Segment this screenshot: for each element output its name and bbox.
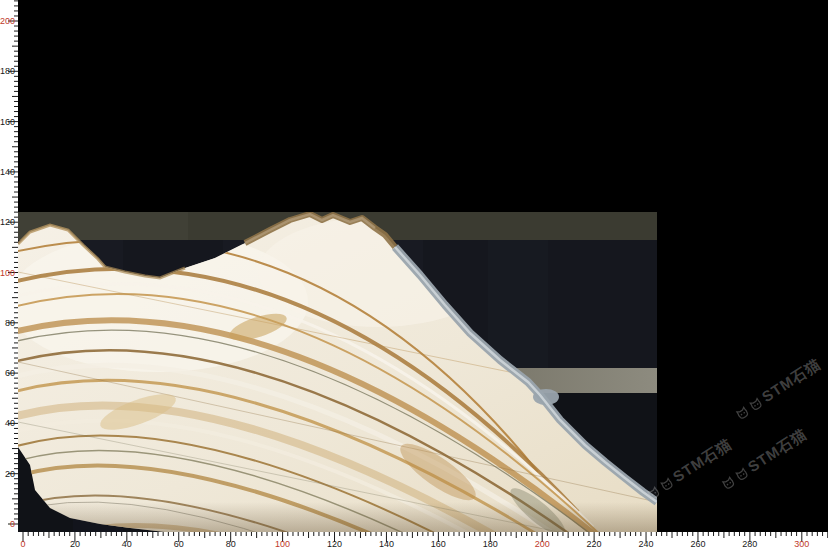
vertical-ruler: 020406080100120140160180200 [0,0,18,532]
svg-text:160: 160 [431,539,446,549]
watermark-text: STM石猫 [745,425,811,477]
svg-text:240: 240 [639,539,654,549]
svg-text:40: 40 [122,539,132,549]
svg-text:160: 160 [0,117,15,127]
svg-text:40: 40 [5,418,15,428]
svg-text:60: 60 [174,539,184,549]
cat-logo-icon [747,395,765,413]
svg-text:200: 200 [535,539,550,549]
cat-logo-icon [733,404,751,422]
svg-text:0: 0 [20,539,25,549]
slab-viewer: 020406080100120140160180200 020406080100… [0,0,828,550]
svg-text:100: 100 [275,539,290,549]
svg-text:20: 20 [70,539,80,549]
svg-text:280: 280 [742,539,757,549]
svg-text:20: 20 [5,469,15,479]
watermark-text: STM石猫 [759,355,825,407]
watermark-text: STM石猫 [670,435,736,487]
watermark: STM石猫 [732,355,825,425]
svg-text:220: 220 [587,539,602,549]
cat-logo-icon [719,474,737,492]
svg-text:0: 0 [10,519,15,529]
watermark: STM石猫 [718,425,811,495]
svg-text:200: 200 [0,16,15,26]
svg-text:60: 60 [5,368,15,378]
cat-logo-icon [733,465,751,483]
svg-text:80: 80 [5,318,15,328]
svg-text:180: 180 [0,66,15,76]
slab-image [18,212,657,532]
svg-text:300: 300 [794,539,809,549]
svg-text:80: 80 [226,539,236,549]
svg-text:180: 180 [483,539,498,549]
svg-text:120: 120 [327,539,342,549]
horizontal-ruler: 0204060801001201401601802002202402602803… [0,532,828,550]
cat-logo-icon [658,475,676,493]
svg-text:260: 260 [690,539,705,549]
svg-text:100: 100 [0,268,15,278]
svg-text:120: 120 [0,217,15,227]
scan-viewport[interactable] [18,212,657,532]
svg-text:140: 140 [379,539,394,549]
svg-text:140: 140 [0,167,15,177]
